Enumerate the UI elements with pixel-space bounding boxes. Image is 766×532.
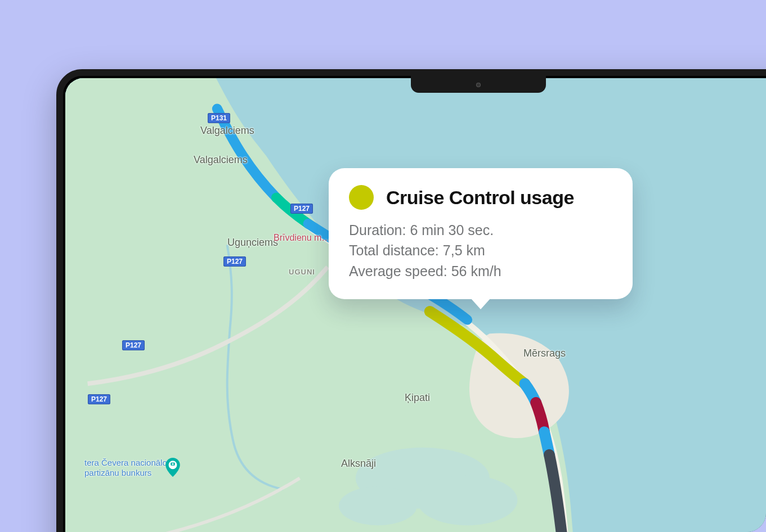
laptop-frame: P131 P127 P127 P127 P127 Valgalciems Val… [56, 69, 766, 532]
avgspeed-label: Average speed: [349, 263, 447, 279]
legend-dot-icon [349, 185, 374, 210]
road-shield-p127-a: P127 [290, 204, 313, 214]
duration-value: 6 min 30 sec. [410, 222, 494, 238]
road-shield-p127-b: P127 [223, 256, 246, 267]
place-park-label: tera Čevera nacionālo partizānu bunkurs [84, 458, 167, 478]
place-brivdienu: Brīvdienu m… [274, 233, 330, 243]
popup-row-distance: Total distance: 7,5 km [349, 240, 610, 260]
place-valgalciems-1: Valgalciems [200, 125, 254, 137]
park-marker-icon[interactable] [165, 458, 180, 477]
place-uguni-small: UGUNI [289, 268, 315, 276]
duration-label: Duration: [349, 222, 406, 238]
road-shield-p131: P131 [208, 113, 230, 123]
distance-value: 7,5 km [443, 242, 485, 258]
laptop-screen: P131 P127 P127 P127 P127 Valgalciems Val… [65, 78, 766, 532]
popup-body: Duration: 6 min 30 sec. Total distance: … [349, 220, 610, 281]
stage: P131 P127 P127 P127 P127 Valgalciems Val… [0, 0, 766, 532]
place-valgalciems-2: Valgalciems [194, 154, 248, 166]
popup-row-duration: Duration: 6 min 30 sec. [349, 220, 610, 240]
road-shield-p127-d: P127 [88, 394, 110, 404]
popup-header: Cruise Control usage [349, 185, 610, 210]
laptop-notch [411, 76, 546, 93]
map-canvas[interactable]: P131 P127 P127 P127 P127 Valgalciems Val… [65, 78, 766, 532]
road-shield-p127-c: P127 [122, 340, 145, 350]
place-kipati: Ķipati [405, 392, 430, 404]
place-ugunciems: Uguņciems [227, 237, 278, 249]
route-segment-popup: Cruise Control usage Duration: 6 min 30 … [329, 168, 633, 299]
popup-row-avgspeed: Average speed: 56 km/h [349, 261, 610, 281]
distance-label: Total distance: [349, 242, 439, 258]
place-alksnaji: Alksnāji [341, 458, 376, 470]
avgspeed-value: 56 km/h [451, 263, 501, 279]
popup-title: Cruise Control usage [386, 187, 574, 209]
camera-dot-icon [476, 83, 481, 87]
place-mersrags: Mērsrags [523, 348, 566, 359]
svg-point-6 [172, 463, 174, 465]
